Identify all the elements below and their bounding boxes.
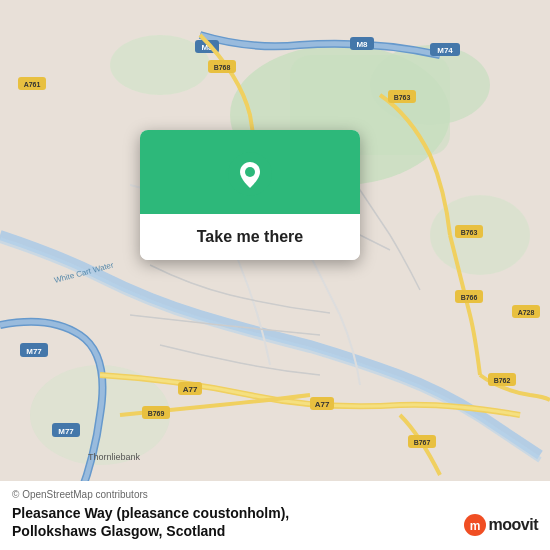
svg-text:A77: A77 [315, 400, 330, 409]
moovit-brand-text: moovit [489, 516, 538, 534]
copyright-text: © OpenStreetMap contributors [12, 489, 538, 500]
svg-text:B763: B763 [394, 94, 411, 101]
svg-text:M77: M77 [58, 427, 74, 436]
take-me-there-button[interactable]: Take me there [140, 214, 360, 260]
svg-text:A761: A761 [24, 81, 41, 88]
popup-header [140, 130, 360, 214]
location-pin-icon [228, 152, 272, 196]
svg-text:A77: A77 [183, 385, 198, 394]
svg-text:m: m [469, 519, 480, 533]
svg-point-42 [245, 167, 255, 177]
svg-text:M74: M74 [437, 46, 453, 55]
svg-text:A728: A728 [518, 309, 535, 316]
moovit-icon: m [464, 514, 486, 536]
bottom-bar: © OpenStreetMap contributors Pleasance W… [0, 481, 550, 550]
svg-text:B769: B769 [148, 410, 165, 417]
svg-text:M8: M8 [356, 40, 368, 49]
svg-text:B766: B766 [461, 294, 478, 301]
location-name: Pleasance Way (pleasance coustonholm), P… [12, 504, 538, 540]
popup-card: Take me there [140, 130, 360, 260]
map-background: White Cart Water M77 M77 M8 M8 M74 A77 A… [0, 0, 550, 550]
map-container: White Cart Water M77 M77 M8 M8 M74 A77 A… [0, 0, 550, 550]
svg-text:Thornliebank: Thornliebank [88, 452, 141, 462]
svg-text:B767: B767 [414, 439, 431, 446]
svg-text:B762: B762 [494, 377, 511, 384]
moovit-logo: m moovit [464, 514, 538, 536]
svg-text:B763: B763 [461, 229, 478, 236]
svg-text:M77: M77 [26, 347, 42, 356]
svg-text:B768: B768 [214, 64, 231, 71]
